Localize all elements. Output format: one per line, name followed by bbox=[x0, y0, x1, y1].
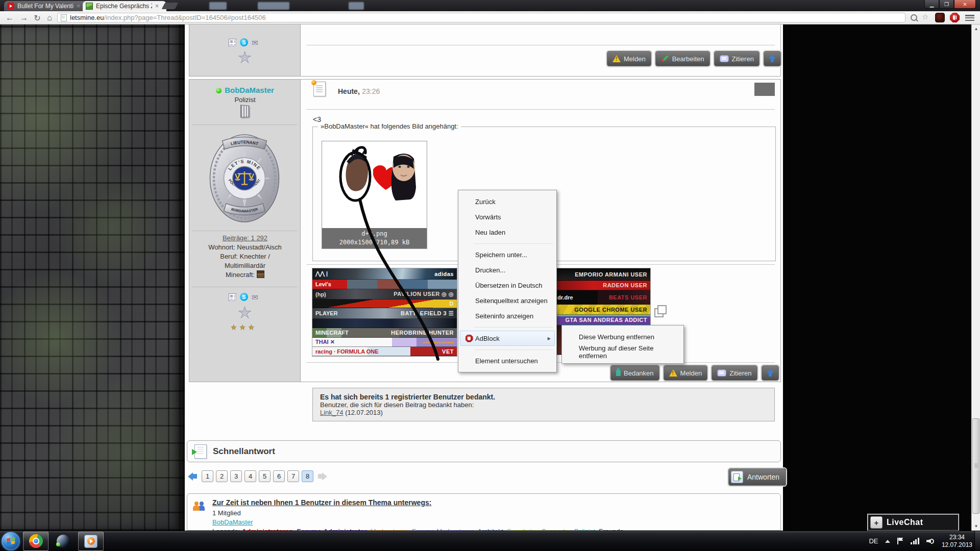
context-menu-item[interactable]: Diese Werbung entfernen bbox=[564, 329, 682, 344]
scroll-up-icon[interactable]: ▲ bbox=[972, 24, 980, 33]
profile-card-icon[interactable] bbox=[229, 293, 236, 301]
sidebar-separator bbox=[192, 124, 297, 125]
beitraege-link[interactable]: Beiträge: 1 292 bbox=[223, 234, 267, 242]
taskbar-teamspeak-button[interactable] bbox=[51, 532, 76, 551]
forward-icon[interactable]: → bbox=[18, 12, 30, 23]
page-button-4[interactable]: 4 bbox=[244, 470, 256, 482]
tab-close-icon[interactable]: × bbox=[77, 3, 80, 9]
menu-item-label: Diese Werbung entfernen bbox=[579, 333, 678, 341]
bookmark-star-icon[interactable]: ☆ bbox=[922, 12, 928, 21]
signature-banner: EMPORIO ARMANI USER bbox=[554, 268, 650, 281]
post-author[interactable]: BobDaMaster bbox=[189, 86, 301, 95]
zitieren-button[interactable]: Zitieren bbox=[714, 51, 760, 66]
context-menu-item[interactable]: Element untersuchen bbox=[460, 353, 555, 368]
context-menu-item[interactable]: Werbung auf dieser Seite entfernen bbox=[564, 344, 682, 360]
quote-bubble-icon bbox=[720, 55, 729, 62]
adblock-extension-icon[interactable] bbox=[950, 13, 960, 22]
post-number-box[interactable] bbox=[754, 83, 775, 96]
action-center-flag-icon[interactable] bbox=[897, 538, 903, 544]
minimize-button[interactable]: ▁ bbox=[924, 0, 939, 9]
attachment-legend: »BobDaMaster« hat folgendes Bild angehän… bbox=[318, 122, 461, 130]
attachment-thumbnail[interactable]: d+u.png 2000x1500 710,89 kB bbox=[322, 141, 427, 249]
thanks-user-link[interactable]: Link_74 bbox=[320, 409, 344, 416]
skype-icon[interactable]: S bbox=[240, 38, 248, 46]
livechat-expand-button[interactable]: + bbox=[870, 516, 883, 529]
clock[interactable]: 23:34 12.07.2013 bbox=[942, 534, 972, 549]
bedanken-button[interactable]: Bedanken bbox=[610, 365, 659, 381]
zoom-icon[interactable] bbox=[911, 14, 917, 21]
scroll-top-button[interactable] bbox=[764, 51, 781, 66]
menu-item-label: Speichern unter... bbox=[475, 251, 551, 259]
zitieren-button[interactable]: Zitieren bbox=[712, 365, 757, 381]
window-controls: ▁ ❐ ✕ bbox=[924, 0, 976, 9]
scrollbar-thumb[interactable] bbox=[972, 418, 979, 514]
rating-stars: ★ ★ ★ bbox=[231, 323, 255, 331]
taskbar-chrome-button[interactable] bbox=[23, 532, 48, 551]
melden-button[interactable]: Melden bbox=[664, 365, 708, 381]
tab-youtube[interactable]: Bullet For My Valentine - F × bbox=[4, 1, 88, 11]
menu-item-label: Element untersuchen bbox=[475, 357, 551, 365]
scroll-down-icon[interactable]: ▼ bbox=[972, 522, 980, 530]
tab-forum[interactable]: Epische Gesprächs Zitate a × bbox=[83, 1, 166, 11]
volume-icon[interactable] bbox=[926, 538, 935, 545]
page-button-2[interactable]: 2 bbox=[216, 470, 228, 482]
menu-separator bbox=[460, 323, 555, 331]
show-desktop-button[interactable] bbox=[974, 531, 980, 551]
minecraft-cube-icon bbox=[86, 3, 93, 10]
network-signal-icon[interactable] bbox=[911, 538, 919, 544]
page-prev-icon[interactable] bbox=[188, 472, 197, 481]
online-member-link[interactable]: BobDaMaster bbox=[212, 518, 253, 526]
online-count: 1 Mitglied bbox=[212, 509, 241, 517]
skype-icon[interactable]: S bbox=[240, 293, 248, 301]
page-button-6[interactable]: 6 bbox=[273, 470, 285, 482]
scroll-top-button[interactable] bbox=[762, 365, 779, 381]
address-bar[interactable]: letsmine.eu/index.php?page=Thread&postID… bbox=[57, 13, 905, 22]
context-menu-item[interactable]: Seiteninfo anzeigen bbox=[460, 308, 555, 323]
rank-star-icon: ★ bbox=[238, 50, 252, 65]
language-indicator[interactable]: DE bbox=[869, 537, 878, 545]
context-menu-item[interactable]: Zurück bbox=[460, 194, 555, 209]
page-next-icon[interactable] bbox=[318, 472, 327, 481]
context-menu-item[interactable]: Drucken... bbox=[460, 262, 555, 278]
thanks-line1: Es hat sich bereits 1 registrierter Benu… bbox=[320, 393, 767, 401]
page-button-7[interactable]: 7 bbox=[287, 470, 299, 482]
quickreply-bar[interactable]: Schnellantwort bbox=[187, 440, 781, 462]
context-menu-item[interactable]: Seitenquelltext anzeigen bbox=[460, 293, 555, 308]
antworten-button[interactable]: Antworten bbox=[728, 468, 786, 486]
mail-icon[interactable]: ✉ bbox=[252, 293, 258, 301]
profile-card-icon[interactable] bbox=[229, 39, 236, 46]
livechat-widget[interactable]: + LiveChat bbox=[868, 514, 959, 531]
bearbeiten-button[interactable]: Bearbeiten bbox=[655, 51, 710, 66]
maximize-button[interactable]: ❐ bbox=[939, 0, 954, 9]
cobblestone-background bbox=[0, 24, 185, 531]
browser-toolbar: ← → ↻ ⌂ letsmine.eu/index.php?page=Threa… bbox=[0, 11, 980, 24]
home-icon[interactable]: ⌂ bbox=[44, 12, 55, 23]
back-icon[interactable]: ← bbox=[4, 12, 15, 23]
mail-icon[interactable]: ✉ bbox=[252, 39, 258, 46]
extension-icon[interactable] bbox=[935, 13, 945, 22]
scrollbar[interactable]: ▲ ▼ bbox=[971, 24, 980, 531]
start-button[interactable] bbox=[2, 532, 20, 550]
page-button-8[interactable]: 8 bbox=[302, 470, 313, 482]
context-menu-item[interactable]: Speichern unter... bbox=[460, 247, 555, 262]
page-button-3[interactable]: 3 bbox=[230, 470, 242, 482]
tray-expand-icon[interactable] bbox=[885, 540, 890, 543]
attachment-image bbox=[322, 141, 427, 228]
page-button-5[interactable]: 5 bbox=[259, 470, 271, 482]
context-menu-item[interactable]: AdBlock▶ bbox=[460, 331, 555, 346]
new-tab-button[interactable] bbox=[162, 3, 179, 9]
popout-icon[interactable] bbox=[654, 308, 664, 317]
thanks-box: Es hat sich bereits 1 registrierter Benu… bbox=[312, 388, 775, 421]
context-menu-item[interactable]: Vorwärts bbox=[460, 209, 555, 224]
tab-close-icon[interactable]: × bbox=[155, 3, 159, 9]
signature-banner: (hp)PAVILION USER ◎ ◎ bbox=[312, 289, 457, 299]
close-button[interactable]: ✕ bbox=[954, 0, 976, 9]
attachment-caption: d+u.png 2000x1500 710,89 kB bbox=[322, 228, 427, 248]
page-button-1[interactable]: 1 bbox=[202, 470, 213, 482]
context-menu-item[interactable]: Übersetzen in Deutsch bbox=[460, 278, 555, 293]
context-menu-item[interactable]: Neu laden bbox=[460, 224, 555, 240]
reload-icon[interactable]: ↻ bbox=[32, 12, 43, 23]
taskbar-mediaplayer-button[interactable] bbox=[78, 532, 104, 551]
chrome-menu-icon[interactable] bbox=[965, 15, 974, 21]
melden-button[interactable]: Melden bbox=[607, 51, 651, 66]
